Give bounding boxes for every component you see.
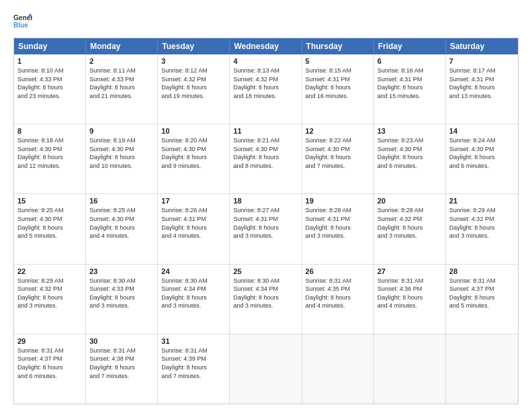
cell-info: Sunrise: 8:25 AM Sunset: 4:30 PM Dayligh… [89,206,154,240]
calendar-body: 1Sunrise: 8:10 AM Sunset: 4:33 PM Daylig… [14,54,518,404]
calendar-cell: 6Sunrise: 8:16 AM Sunset: 4:31 PM Daylig… [374,54,446,124]
day-number: 7 [449,57,515,65]
day-number: 11 [233,127,298,135]
cell-info: Sunrise: 8:10 AM Sunset: 4:33 PM Dayligh… [17,66,82,100]
cell-info: Sunrise: 8:20 AM Sunset: 4:30 PM Dayligh… [161,136,226,170]
calendar-row: 8Sunrise: 8:18 AM Sunset: 4:30 PM Daylig… [14,124,518,193]
day-number: 21 [449,197,515,205]
cell-info: Sunrise: 8:27 AM Sunset: 4:31 PM Dayligh… [233,206,298,240]
cell-info: Sunrise: 8:26 AM Sunset: 4:31 PM Dayligh… [161,206,226,240]
day-number: 22 [17,267,82,275]
calendar-cell: 1Sunrise: 8:10 AM Sunset: 4:33 PM Daylig… [14,54,86,124]
day-number: 12 [306,127,370,135]
cell-info: Sunrise: 8:19 AM Sunset: 4:30 PM Dayligh… [89,136,154,170]
day-number: 6 [378,57,442,65]
calendar-row: 15Sunrise: 8:25 AM Sunset: 4:30 PM Dayli… [14,193,518,263]
page-header: General Blue [13,12,519,31]
day-number: 10 [161,127,226,135]
calendar-row: 22Sunrise: 8:29 AM Sunset: 4:32 PM Dayli… [14,264,518,334]
header-cell-saturday: Saturday [446,38,518,54]
header-cell-friday: Friday [374,38,446,54]
calendar: SundayMondayTuesdayWednesdayThursdayFrid… [13,38,519,404]
logo-icon: General Blue [13,12,32,31]
calendar-cell: 29Sunrise: 8:31 AM Sunset: 4:37 PM Dayli… [14,334,86,404]
cell-info: Sunrise: 8:29 AM Sunset: 4:32 PM Dayligh… [449,206,515,240]
cell-info: Sunrise: 8:13 AM Sunset: 4:32 PM Dayligh… [233,66,298,100]
cell-info: Sunrise: 8:31 AM Sunset: 4:38 PM Dayligh… [89,347,154,380]
header-cell-monday: Monday [86,38,158,54]
calendar-cell: 19Sunrise: 8:28 AM Sunset: 4:31 PM Dayli… [302,194,374,263]
calendar-cell: 22Sunrise: 8:29 AM Sunset: 4:32 PM Dayli… [14,265,86,334]
cell-info: Sunrise: 8:30 AM Sunset: 4:33 PM Dayligh… [89,277,154,310]
day-number: 18 [233,197,298,205]
calendar-header: SundayMondayTuesdayWednesdayThursdayFrid… [14,38,518,54]
day-number: 2 [89,57,154,65]
calendar-cell: 23Sunrise: 8:30 AM Sunset: 4:33 PM Dayli… [86,265,158,334]
calendar-cell: 2Sunrise: 8:11 AM Sunset: 4:33 PM Daylig… [86,54,158,124]
header-cell-thursday: Thursday [302,38,374,54]
cell-info: Sunrise: 8:18 AM Sunset: 4:30 PM Dayligh… [17,136,82,170]
calendar-cell: 10Sunrise: 8:20 AM Sunset: 4:30 PM Dayli… [158,124,230,193]
logo: General Blue [13,12,32,31]
calendar-page: General Blue SundayMondayTuesdayWednesda… [0,0,532,411]
calendar-cell: 20Sunrise: 8:28 AM Sunset: 4:32 PM Dayli… [374,194,446,263]
calendar-cell: 25Sunrise: 8:30 AM Sunset: 4:34 PM Dayli… [230,265,302,334]
calendar-cell: 18Sunrise: 8:27 AM Sunset: 4:31 PM Dayli… [230,194,302,263]
day-number: 1 [17,57,82,65]
calendar-cell: 27Sunrise: 8:31 AM Sunset: 4:36 PM Dayli… [374,265,446,334]
day-number: 13 [378,127,442,135]
calendar-row: 1Sunrise: 8:10 AM Sunset: 4:33 PM Daylig… [14,54,518,124]
calendar-cell: 31Sunrise: 8:31 AM Sunset: 4:39 PM Dayli… [158,334,230,404]
day-number: 20 [378,197,442,205]
day-number: 23 [89,267,154,275]
cell-info: Sunrise: 8:25 AM Sunset: 4:30 PM Dayligh… [17,206,82,240]
cell-info: Sunrise: 8:16 AM Sunset: 4:31 PM Dayligh… [378,66,442,100]
cell-info: Sunrise: 8:28 AM Sunset: 4:32 PM Dayligh… [378,206,442,240]
calendar-cell: 9Sunrise: 8:19 AM Sunset: 4:30 PM Daylig… [86,124,158,193]
calendar-cell: 24Sunrise: 8:30 AM Sunset: 4:34 PM Dayli… [158,265,230,334]
cell-info: Sunrise: 8:21 AM Sunset: 4:30 PM Dayligh… [233,136,298,170]
day-number: 17 [161,197,226,205]
calendar-cell: 28Sunrise: 8:31 AM Sunset: 4:37 PM Dayli… [446,265,518,334]
cell-info: Sunrise: 8:31 AM Sunset: 4:36 PM Dayligh… [378,277,442,310]
day-number: 24 [161,267,226,275]
calendar-cell: 17Sunrise: 8:26 AM Sunset: 4:31 PM Dayli… [158,194,230,263]
day-number: 9 [89,127,154,135]
calendar-cell: 8Sunrise: 8:18 AM Sunset: 4:30 PM Daylig… [14,124,86,193]
calendar-cell: 30Sunrise: 8:31 AM Sunset: 4:38 PM Dayli… [86,334,158,404]
day-number: 3 [161,57,226,65]
calendar-cell: 14Sunrise: 8:24 AM Sunset: 4:30 PM Dayli… [446,124,518,193]
calendar-cell: 5Sunrise: 8:15 AM Sunset: 4:31 PM Daylig… [302,54,374,124]
calendar-cell: 3Sunrise: 8:12 AM Sunset: 4:32 PM Daylig… [158,54,230,124]
calendar-cell: 13Sunrise: 8:23 AM Sunset: 4:30 PM Dayli… [374,124,446,193]
calendar-cell [230,334,302,404]
day-number: 30 [89,337,154,345]
calendar-cell: 7Sunrise: 8:17 AM Sunset: 4:31 PM Daylig… [446,54,518,124]
day-number: 25 [233,267,298,275]
cell-info: Sunrise: 8:31 AM Sunset: 4:35 PM Dayligh… [306,277,370,310]
calendar-cell: 12Sunrise: 8:22 AM Sunset: 4:30 PM Dayli… [302,124,374,193]
cell-info: Sunrise: 8:15 AM Sunset: 4:31 PM Dayligh… [306,66,370,100]
day-number: 27 [378,267,442,275]
calendar-cell: 4Sunrise: 8:13 AM Sunset: 4:32 PM Daylig… [230,54,302,124]
calendar-row: 29Sunrise: 8:31 AM Sunset: 4:37 PM Dayli… [14,334,518,404]
cell-info: Sunrise: 8:22 AM Sunset: 4:30 PM Dayligh… [306,136,370,170]
calendar-cell: 11Sunrise: 8:21 AM Sunset: 4:30 PM Dayli… [230,124,302,193]
header-cell-sunday: Sunday [14,38,86,54]
cell-info: Sunrise: 8:11 AM Sunset: 4:33 PM Dayligh… [89,66,154,100]
day-number: 14 [449,127,515,135]
day-number: 16 [89,197,154,205]
header-cell-tuesday: Tuesday [158,38,230,54]
cell-info: Sunrise: 8:30 AM Sunset: 4:34 PM Dayligh… [161,277,226,310]
day-number: 28 [449,267,515,275]
day-number: 4 [233,57,298,65]
calendar-cell: 15Sunrise: 8:25 AM Sunset: 4:30 PM Dayli… [14,194,86,263]
cell-info: Sunrise: 8:24 AM Sunset: 4:30 PM Dayligh… [449,136,515,170]
day-number: 5 [306,57,370,65]
calendar-cell [302,334,374,404]
day-number: 29 [17,337,82,345]
cell-info: Sunrise: 8:31 AM Sunset: 4:39 PM Dayligh… [161,347,226,380]
day-number: 15 [17,197,82,205]
cell-info: Sunrise: 8:12 AM Sunset: 4:32 PM Dayligh… [161,66,226,100]
calendar-cell: 26Sunrise: 8:31 AM Sunset: 4:35 PM Dayli… [302,265,374,334]
